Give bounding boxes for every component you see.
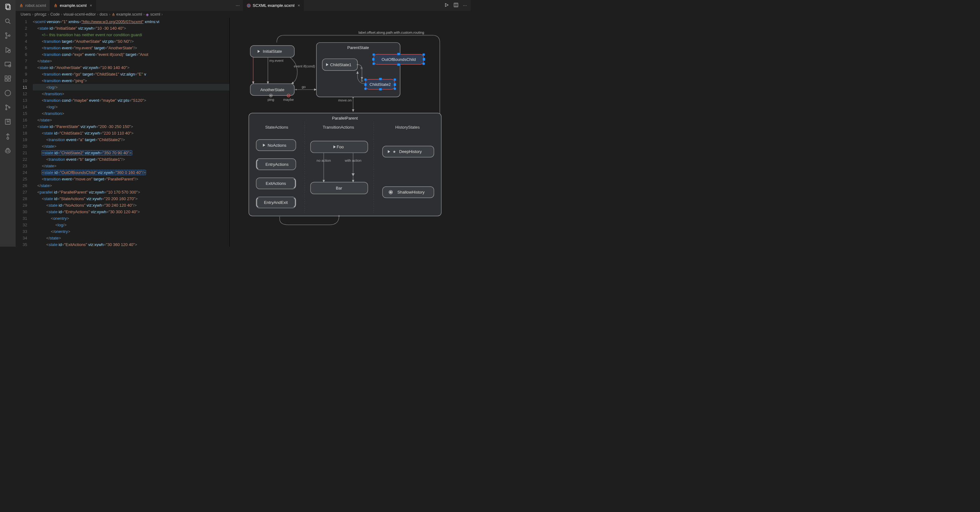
svg-point-4: [6, 33, 7, 34]
svg-text:b: b: [361, 79, 363, 83]
svg-text:StateActions: StateActions: [265, 125, 288, 129]
svg-rect-54: [364, 88, 367, 90]
svg-marker-26: [445, 3, 448, 6]
svg-rect-56: [394, 88, 396, 90]
source-control-icon[interactable]: [4, 32, 11, 39]
tab-example[interactable]: ⋔example.scxml×: [50, 0, 96, 11]
scxml-icon: [247, 3, 251, 8]
svg-text:a: a: [361, 66, 363, 70]
tab-bar: ⋔robot.scxml ⋔example.scxml× ⋯ SCXML exa…: [16, 0, 471, 11]
svg-point-5: [6, 37, 7, 39]
svg-rect-14: [8, 76, 11, 78]
svg-rect-53: [394, 78, 396, 81]
route-label: label.offset.along.path.with.custom.rout…: [359, 30, 425, 34]
testing-icon[interactable]: [4, 89, 11, 97]
svg-text:★: ★: [393, 150, 396, 154]
gutter: 1234567891011121314151617181920212223242…: [16, 18, 33, 247]
more-icon[interactable]: ⋯: [463, 3, 467, 8]
search-icon[interactable]: [4, 18, 11, 25]
activity-bar: [0, 0, 16, 247]
svg-point-20: [7, 137, 9, 139]
svg-text:OutOfBoundsChild: OutOfBoundsChild: [382, 57, 416, 62]
svg-text:go: go: [302, 85, 306, 89]
svg-point-93: [338, 215, 340, 217]
xml-icon: ⋔: [19, 3, 24, 8]
share-icon[interactable]: [4, 132, 11, 140]
svg-rect-63: [373, 62, 375, 65]
svg-text:with action: with action: [345, 159, 361, 162]
svg-text:Bar: Bar: [336, 186, 342, 190]
svg-text:InitialState: InitialState: [263, 49, 282, 54]
tab-robot[interactable]: ⋔robot.scxml: [16, 0, 50, 11]
svg-point-25: [248, 5, 249, 6]
close-icon[interactable]: ×: [89, 3, 92, 8]
svg-point-42: [295, 89, 297, 91]
explorer-icon[interactable]: [4, 3, 11, 11]
svg-text:ChildState1: ChildState1: [330, 62, 352, 67]
debug-icon[interactable]: [4, 46, 11, 54]
split-icon[interactable]: [453, 3, 458, 8]
bookmarks-icon[interactable]: [4, 118, 11, 126]
svg-line-3: [9, 22, 10, 24]
git-graph-icon[interactable]: [4, 104, 11, 111]
svg-point-24: [247, 4, 251, 7]
svg-text:EntryActions: EntryActions: [266, 162, 289, 167]
svg-text:maybe: maybe: [283, 98, 294, 102]
svg-point-68: [352, 97, 354, 98]
svg-rect-65: [423, 62, 425, 65]
breadcrumb[interactable]: Users› phrogz› Code› visual-scxml-editor…: [16, 11, 471, 18]
svg-point-36: [270, 95, 272, 96]
svg-rect-55: [379, 88, 382, 91]
svg-point-15: [5, 90, 11, 96]
svg-text:ping: ping: [267, 98, 274, 102]
svg-point-48: [357, 64, 358, 65]
svg-point-23: [8, 151, 9, 152]
svg-rect-61: [397, 53, 400, 55]
scxml-visualizer[interactable]: label.offset.along.path.with.custom.rout…: [229, 18, 471, 247]
svg-text:ExitActions: ExitActions: [266, 181, 286, 186]
code-editor[interactable]: 1234567891011121314151617181920212223242…: [16, 18, 229, 247]
svg-point-16: [6, 105, 7, 106]
svg-rect-58: [394, 83, 396, 86]
svg-rect-57: [364, 83, 367, 86]
svg-rect-67: [423, 58, 425, 61]
remote-icon[interactable]: [4, 61, 11, 68]
svg-point-22: [6, 151, 7, 152]
svg-text:AnotherState: AnotherState: [260, 88, 284, 92]
svg-rect-9: [5, 62, 11, 66]
svg-rect-66: [372, 58, 375, 61]
svg-rect-52: [379, 78, 382, 80]
svg-text:HistoryStates: HistoryStates: [395, 125, 420, 129]
svg-rect-51: [364, 78, 367, 81]
svg-text:event if(cond): event if(cond): [294, 64, 315, 68]
svg-text:my.event: my.event: [269, 59, 284, 62]
code-body[interactable]: <scxml version="1" xmlns="http://www.w3.…: [33, 18, 229, 247]
close-icon[interactable]: ×: [298, 3, 300, 8]
svg-point-17: [6, 108, 7, 110]
svg-text:DeepHistory: DeepHistory: [399, 149, 422, 154]
svg-text:no action: no action: [317, 159, 331, 162]
svg-marker-7: [6, 48, 10, 53]
copilot-icon[interactable]: [4, 147, 11, 154]
svg-text:ChildState2: ChildState2: [369, 82, 391, 87]
svg-rect-60: [373, 53, 375, 56]
svg-text:ShallowHistory: ShallowHistory: [397, 190, 425, 195]
tab-label: robot.scxml: [25, 3, 46, 8]
svg-rect-13: [8, 79, 10, 81]
svg-text:EntryAndExit: EntryAndExit: [264, 200, 288, 205]
svg-text:move.on: move.on: [338, 98, 352, 102]
svg-point-21: [5, 149, 10, 153]
svg-text:ParentState: ParentState: [347, 45, 369, 50]
svg-text:ParallelParent: ParallelParent: [332, 116, 358, 121]
svg-point-2: [6, 19, 10, 23]
tab-scxml-preview[interactable]: SCXML example.scxml×: [243, 0, 304, 11]
tab-overflow-icon[interactable]: ⋯: [232, 0, 243, 11]
extensions-icon[interactable]: [4, 75, 11, 83]
tab-label: SCXML example.scxml: [253, 3, 294, 8]
svg-text:NoActions: NoActions: [268, 143, 286, 148]
svg-rect-64: [397, 63, 400, 66]
svg-rect-11: [5, 76, 7, 78]
svg-rect-12: [5, 79, 7, 81]
tab-label: example.scxml: [60, 3, 86, 8]
run-icon[interactable]: [444, 3, 449, 8]
